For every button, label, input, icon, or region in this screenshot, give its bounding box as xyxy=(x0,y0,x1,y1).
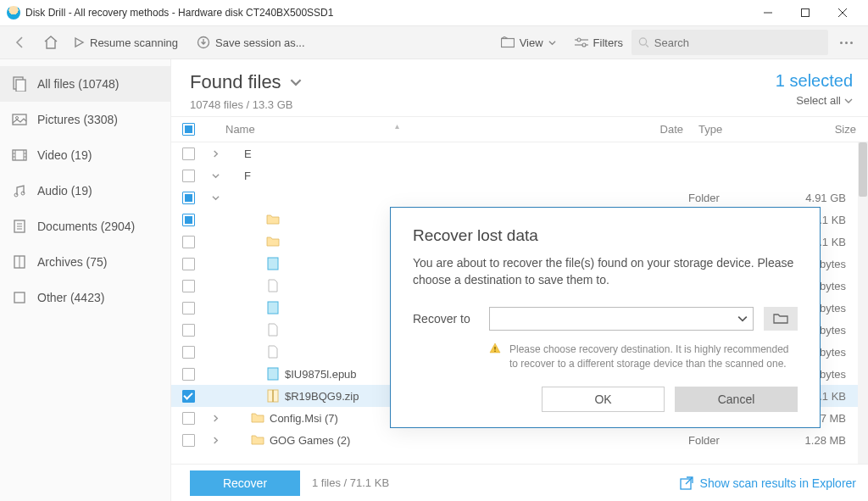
row-checkbox[interactable] xyxy=(182,434,195,447)
file-name: E xyxy=(244,148,252,160)
chevron-down-icon xyxy=(844,97,853,105)
svg-rect-1 xyxy=(802,9,810,17)
home-button[interactable] xyxy=(37,29,64,56)
more-button[interactable] xyxy=(832,42,861,44)
epub-icon xyxy=(266,367,280,381)
dialog-title: Recover lost data xyxy=(413,226,798,245)
sidebar-item-all-files[interactable]: All files (10748) xyxy=(0,66,170,102)
row-checkbox[interactable] xyxy=(182,302,195,315)
svg-point-12 xyxy=(639,38,646,45)
sidebar-item-label: Video (19) xyxy=(37,148,92,162)
svg-line-13 xyxy=(646,45,648,47)
sidebar-item-other[interactable]: Other (4423) xyxy=(0,280,170,315)
sidebar-item-label: Archives (75) xyxy=(37,255,107,269)
row-checkbox[interactable] xyxy=(182,236,195,248)
sidebar-item-audio[interactable]: Audio (19) xyxy=(0,173,170,209)
sidebar-item-documents[interactable]: Documents (2904) xyxy=(0,209,170,244)
table-row[interactable]: F xyxy=(171,164,858,186)
select-all-checkbox[interactable] xyxy=(182,123,195,136)
sidebar-item-pictures[interactable]: Pictures (3308) xyxy=(0,102,170,137)
app-icon xyxy=(7,6,20,19)
cancel-button[interactable]: Cancel xyxy=(675,387,798,412)
recover-to-label: Recover to xyxy=(413,312,479,326)
row-checkbox[interactable] xyxy=(182,214,195,226)
filters-button[interactable]: Filters xyxy=(570,29,628,56)
folder-icon xyxy=(266,235,280,248)
back-button[interactable] xyxy=(7,29,34,56)
row-checkbox[interactable] xyxy=(182,368,195,381)
scrollbar-thumb[interactable] xyxy=(859,142,867,197)
column-size[interactable]: Size xyxy=(790,123,868,136)
dialog-text: You are about to recover the file(s) fou… xyxy=(413,255,798,288)
search-icon xyxy=(638,36,649,48)
row-checkbox[interactable] xyxy=(182,412,195,425)
file-icon xyxy=(266,345,280,359)
browse-button[interactable] xyxy=(764,307,798,331)
file-icon xyxy=(266,323,280,337)
expand-toggle[interactable] xyxy=(205,437,225,444)
column-date[interactable]: Date xyxy=(573,123,692,136)
view-label: View xyxy=(520,36,543,49)
close-button[interactable] xyxy=(824,0,861,25)
folder-icon xyxy=(251,433,264,447)
maximize-button[interactable] xyxy=(787,0,824,25)
row-checkbox[interactable] xyxy=(182,324,195,337)
column-name[interactable]: Name ▴ xyxy=(225,123,573,136)
svg-rect-15 xyxy=(16,80,25,92)
file-icon xyxy=(266,279,280,292)
search-input[interactable] xyxy=(654,36,821,49)
row-checkbox[interactable] xyxy=(182,258,195,270)
sidebar-item-video[interactable]: Video (19) xyxy=(0,137,170,173)
show-in-explorer-link[interactable]: Show scan results in Explorer xyxy=(680,476,856,490)
svg-point-17 xyxy=(16,117,19,120)
page-title[interactable]: Found files xyxy=(190,71,776,93)
epub-icon xyxy=(266,257,280,270)
svg-rect-5 xyxy=(501,39,514,47)
file-size: 1.28 MB xyxy=(780,434,858,447)
row-checkbox[interactable] xyxy=(182,390,195,403)
file-name: $R19BQG9.zip xyxy=(285,390,359,403)
table-row[interactable]: Folder4.91 GB xyxy=(171,186,858,209)
folder-icon xyxy=(251,411,264,425)
table-row[interactable]: GOG Games (2)Folder1.28 MB xyxy=(171,429,858,451)
blank-icon xyxy=(225,147,239,160)
footer: Recover 1 files / 71.1 KB Show scan resu… xyxy=(171,464,868,501)
file-size: 4.91 GB xyxy=(780,192,858,204)
table-header: Name ▴ Date Type Size xyxy=(171,117,868,142)
file-name: GOG Games (2) xyxy=(270,434,350,447)
destination-select[interactable] xyxy=(489,307,754,331)
save-session-button[interactable]: Save session as... xyxy=(192,29,310,56)
column-type[interactable]: Type xyxy=(692,123,790,136)
other-icon xyxy=(12,290,27,305)
titlebar: Disk Drill - All recovery methods - Hard… xyxy=(0,0,868,25)
row-checkbox[interactable] xyxy=(182,346,195,359)
row-checkbox[interactable] xyxy=(182,148,195,160)
view-dropdown[interactable]: View xyxy=(496,29,561,56)
svg-point-6 xyxy=(577,38,581,42)
vertical-scrollbar[interactable] xyxy=(858,142,868,464)
recover-button[interactable]: Recover xyxy=(190,470,300,496)
expand-toggle[interactable] xyxy=(205,150,225,158)
minimize-button[interactable] xyxy=(749,0,787,25)
search-box[interactable] xyxy=(632,30,828,55)
table-row[interactable]: E xyxy=(171,142,858,164)
file-name: $IU9875l.epub xyxy=(285,368,357,381)
sidebar-item-archives[interactable]: Archives (75) xyxy=(0,244,170,280)
chevron-down-icon xyxy=(290,76,302,88)
svg-point-9 xyxy=(582,43,586,47)
folder-icon xyxy=(773,313,788,325)
toolbar: Resume scanning Save session as... View … xyxy=(0,25,868,59)
expand-toggle[interactable] xyxy=(205,415,225,422)
row-checkbox[interactable] xyxy=(182,192,195,204)
sidebar-item-label: All files (10748) xyxy=(37,77,120,91)
select-all-button[interactable]: Select all xyxy=(776,94,853,107)
ok-button[interactable]: OK xyxy=(542,387,665,412)
warning-icon xyxy=(489,342,501,354)
expand-toggle[interactable] xyxy=(205,172,225,180)
expand-toggle[interactable] xyxy=(205,194,225,202)
footer-info: 1 files / 71.1 KB xyxy=(312,476,389,489)
resume-scanning-button[interactable]: Resume scanning xyxy=(68,29,183,56)
chevron-down-icon xyxy=(737,314,748,324)
row-checkbox[interactable] xyxy=(182,280,195,292)
row-checkbox[interactable] xyxy=(182,170,195,182)
